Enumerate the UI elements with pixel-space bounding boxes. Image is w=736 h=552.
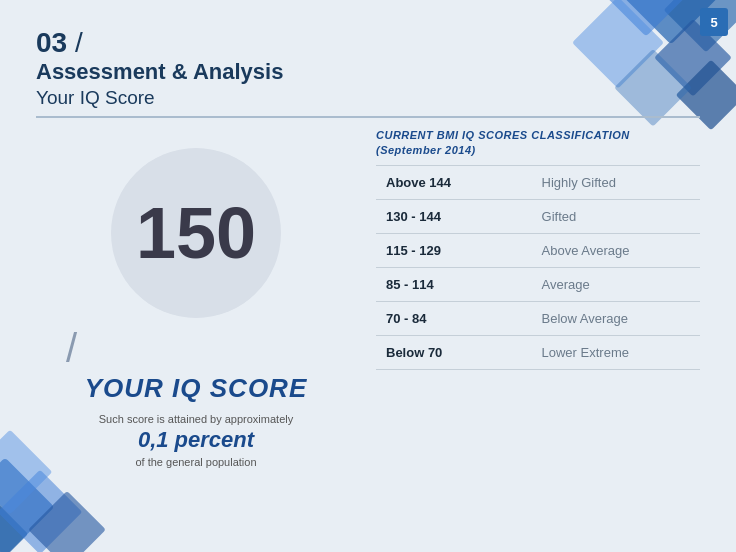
svg-rect-11 <box>28 491 106 552</box>
header-divider <box>36 116 700 118</box>
table-row: 130 - 144Gifted <box>376 199 700 233</box>
table-row: 70 - 84Below Average <box>376 301 700 335</box>
svg-rect-8 <box>0 488 28 552</box>
main-content: 03 / Assessment & Analysis Your IQ Score… <box>0 0 736 488</box>
score-circle: 150 <box>111 148 281 318</box>
classification-title-line1: CURRENT BMI IQ SCORES CLASSIFICATION <box>376 129 630 141</box>
attained-text: Such score is attained by approximately <box>99 412 293 427</box>
iq-label: YOUR IQ SCORE <box>85 373 307 404</box>
classification-title-line2: (September 2014) <box>376 144 476 156</box>
label-cell: Below Average <box>532 301 700 335</box>
page-wrapper: 5 03 / Assessment & Analysis Your IQ Sco… <box>0 0 736 552</box>
slash-separator: / <box>66 326 77 371</box>
left-column: 150 / YOUR IQ SCORE Such score is attain… <box>36 128 356 468</box>
table-row: Below 70Lower Extreme <box>376 335 700 369</box>
label-cell: Gifted <box>532 199 700 233</box>
iq-score-number: 150 <box>136 197 256 269</box>
chapter-title: Assessment & Analysis <box>36 59 700 85</box>
range-cell: 115 - 129 <box>376 233 532 267</box>
chapter-slash: / <box>67 27 83 58</box>
label-cell: Average <box>532 267 700 301</box>
range-cell: Below 70 <box>376 335 532 369</box>
section-title: Your IQ Score <box>36 87 700 110</box>
range-cell: 85 - 114 <box>376 267 532 301</box>
two-col-layout: 150 / YOUR IQ SCORE Such score is attain… <box>36 128 700 468</box>
header-section: 03 / Assessment & Analysis Your IQ Score <box>36 28 700 118</box>
table-row: Above 144Highly Gifted <box>376 165 700 199</box>
range-cell: 130 - 144 <box>376 199 532 233</box>
range-cell: 70 - 84 <box>376 301 532 335</box>
classification-table: Above 144Highly Gifted130 - 144Gifted115… <box>376 165 700 370</box>
label-cell: Lower Extreme <box>532 335 700 369</box>
range-cell: Above 144 <box>376 165 532 199</box>
chapter-number: 03 <box>36 27 67 58</box>
table-row: 85 - 114Average <box>376 267 700 301</box>
page-number: 5 <box>700 8 728 36</box>
right-column: CURRENT BMI IQ SCORES CLASSIFICATION (Se… <box>356 128 700 468</box>
population-text: of the general population <box>135 456 256 468</box>
label-cell: Above Average <box>532 233 700 267</box>
percent-value: 0,1 percent <box>138 427 254 453</box>
chapter-header: 03 / <box>36 28 700 59</box>
table-row: 115 - 129Above Average <box>376 233 700 267</box>
label-cell: Highly Gifted <box>532 165 700 199</box>
classification-title: CURRENT BMI IQ SCORES CLASSIFICATION (Se… <box>376 128 700 159</box>
